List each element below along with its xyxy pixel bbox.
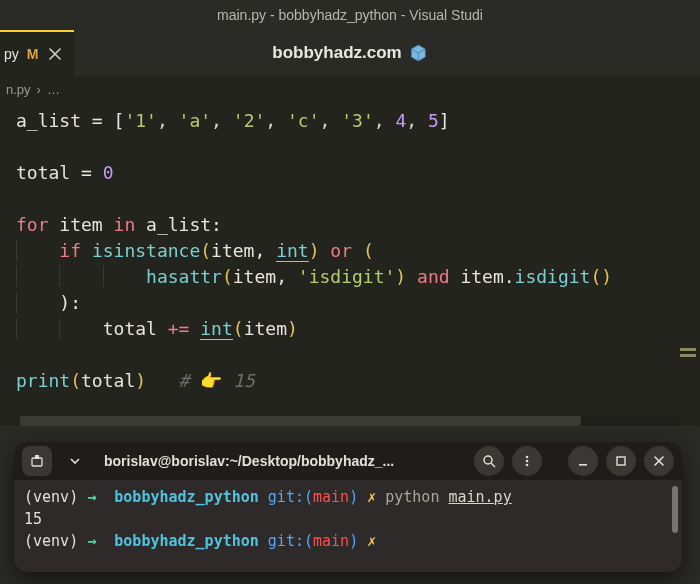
overview-ruler-mark bbox=[680, 354, 696, 357]
tab-bar: py M bobbyhadz.com bbox=[0, 30, 700, 76]
terminal-line: (venv) → bobbyhadz_python git:(main) ✗ bbox=[24, 530, 672, 552]
code-line bbox=[16, 186, 700, 212]
svg-rect-7 bbox=[617, 457, 625, 465]
tab-modified-indicator: M bbox=[27, 46, 39, 62]
svg-point-3 bbox=[526, 456, 529, 459]
code-line: for item in a_list: bbox=[16, 212, 700, 238]
center-link[interactable]: bobbyhadz.com bbox=[272, 30, 427, 76]
code-line: total += int(item) bbox=[16, 316, 700, 342]
breadcrumb-file: n.py bbox=[6, 82, 31, 97]
svg-point-5 bbox=[526, 464, 529, 467]
code-line bbox=[16, 134, 700, 160]
overview-ruler-mark bbox=[680, 348, 696, 351]
terminal-scrollbar[interactable] bbox=[672, 486, 678, 564]
horizontal-scrollbar[interactable] bbox=[20, 416, 680, 426]
close-icon[interactable] bbox=[644, 446, 674, 476]
center-link-text: bobbyhadz.com bbox=[272, 43, 401, 63]
terminal-line: (venv) → bobbyhadz_python git:(main) ✗ p… bbox=[24, 486, 672, 508]
editor-tab-main-py[interactable]: py M bbox=[0, 30, 74, 76]
code-line: ): bbox=[16, 290, 700, 316]
svg-rect-6 bbox=[579, 464, 587, 466]
code-line: if isinstance(item, int) or ( bbox=[16, 238, 700, 264]
code-editor[interactable]: a_list = ['1', 'a', '2', 'c', '3', 4, 5]… bbox=[0, 102, 700, 426]
svg-rect-0 bbox=[32, 458, 42, 466]
close-icon[interactable] bbox=[46, 45, 64, 63]
code-line: hasattr(item, 'isdigit') and item.isdigi… bbox=[16, 264, 700, 290]
chevron-down-icon[interactable] bbox=[60, 446, 90, 476]
code-line: total = 0 bbox=[16, 160, 700, 186]
terminal-panel: borislav@borislav:~/Desktop/bobbyhadz_..… bbox=[14, 442, 682, 572]
code-line: print(total) # 👉 15 bbox=[16, 368, 700, 394]
menu-icon[interactable] bbox=[512, 446, 542, 476]
scrollbar-thumb[interactable] bbox=[20, 416, 581, 426]
new-tab-button[interactable] bbox=[22, 446, 52, 476]
svg-point-2 bbox=[484, 456, 492, 464]
terminal-line: 15 bbox=[24, 508, 672, 530]
minimap-gutter[interactable] bbox=[660, 102, 700, 426]
breadcrumb[interactable]: n.py › … bbox=[0, 76, 700, 102]
code-line bbox=[16, 342, 700, 368]
maximize-icon[interactable] bbox=[606, 446, 636, 476]
scrollbar-thumb[interactable] bbox=[672, 486, 678, 533]
svg-rect-1 bbox=[35, 455, 39, 459]
terminal-title: borislav@borislav:~/Desktop/bobbyhadz_..… bbox=[98, 453, 466, 469]
chevron-right-icon: › bbox=[37, 82, 41, 97]
package-icon bbox=[410, 44, 428, 62]
window-title: main.py - bobbyhadz_python - Visual Stud… bbox=[0, 0, 700, 30]
search-icon[interactable] bbox=[474, 446, 504, 476]
breadcrumb-more: … bbox=[47, 82, 60, 97]
svg-point-4 bbox=[526, 460, 529, 463]
terminal-body[interactable]: (venv) → bobbyhadz_python git:(main) ✗ p… bbox=[14, 480, 682, 558]
tab-label: py bbox=[4, 46, 19, 62]
code-line: a_list = ['1', 'a', '2', 'c', '3', 4, 5] bbox=[16, 108, 700, 134]
minimize-icon[interactable] bbox=[568, 446, 598, 476]
terminal-header: borislav@borislav:~/Desktop/bobbyhadz_..… bbox=[14, 442, 682, 480]
